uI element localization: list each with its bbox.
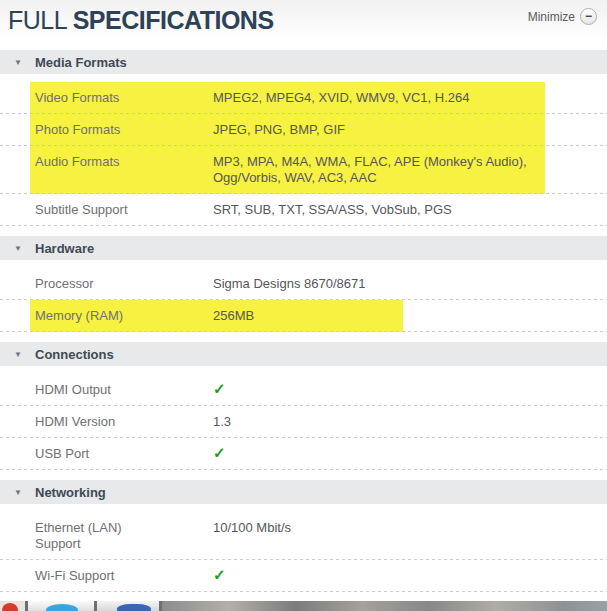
table-row: Wi-Fi Support ✓ (0, 560, 607, 592)
section-header-media-formats[interactable]: ▼ Media Formats (0, 50, 607, 74)
spec-value: MPEG2, MPEG4, XVID, WMV9, VC1, H.264 (213, 90, 558, 106)
section-title: Networking (35, 485, 106, 500)
section-header-networking[interactable]: ▼ Networking (0, 480, 607, 504)
table-row: Audio Formats MP3, MPA, M4A, WMA, FLAC, … (0, 146, 607, 194)
spec-label-text: USB Port (35, 446, 89, 462)
spec-label: Video Formats (35, 90, 213, 106)
spec-value: 1.3 (213, 414, 558, 430)
spec-value: 256MB (213, 308, 558, 324)
minimize-icon[interactable]: − (580, 8, 597, 25)
page-title-bold: SPECIFICATIONS (73, 6, 274, 34)
section-header-connections[interactable]: ▼ Connections (0, 342, 607, 366)
section-title: Hardware (35, 241, 94, 256)
background-photo-strip (162, 601, 607, 611)
spec-label-text: Wi-Fi Support (35, 568, 114, 584)
table-row: Processor Sigma Designs 8670/8671 (0, 268, 607, 300)
table-row: Video Formats MPEG2, MPEG4, XVID, WMV9, … (0, 82, 607, 114)
spec-value: Sigma Designs 8670/8671 (213, 276, 558, 292)
spec-label: Memory (RAM) (35, 308, 213, 324)
section-networking: ▼ Networking Ethernet (LAN) Support 10/1… (0, 480, 607, 611)
page-title: FULL SPECIFICATIONS (8, 6, 274, 35)
table-row: Photo Formats JPEG, PNG, BMP, GIF (0, 114, 607, 146)
spec-label-text: Ethernet (LAN) Support (35, 520, 157, 552)
spec-value: SRT, SUB, TXT, SSA/ASS, VobSub, PGS (213, 202, 558, 218)
spec-label: Processor (35, 276, 213, 292)
section-hardware: ▼ Hardware Processor Sigma Designs 8670/… (0, 236, 607, 332)
spec-label: Ethernet (LAN) Support (35, 520, 213, 552)
section-connections: ▼ Connections HDMI Output ✓ HDMI Version… (0, 342, 607, 470)
table-row: Ethernet (LAN) Support 10/100 Mbit/s (0, 512, 607, 560)
section-media-formats: ▼ Media Formats Video Formats MPEG2, MPE… (0, 50, 607, 226)
table-row: USB Port ✓ (0, 438, 607, 470)
section-title: Connections (35, 347, 114, 362)
spec-label: USB Port (35, 446, 213, 462)
taskbar-icon-blue[interactable] (97, 601, 159, 611)
spec-label: Photo Formats (35, 122, 213, 138)
minimize-button[interactable]: Minimize − (528, 8, 597, 25)
check-icon: ✓ (213, 382, 558, 398)
table-row: HDMI Version 1.3 (0, 406, 607, 438)
page-title-light: FULL (8, 6, 66, 34)
section-header-hardware[interactable]: ▼ Hardware (0, 236, 607, 260)
spec-label-text: Audio Formats (35, 154, 120, 170)
taskbar-icon-red[interactable] (0, 601, 25, 611)
minimize-label: Minimize (528, 10, 575, 24)
taskbar-icon-lightblue[interactable] (28, 601, 94, 611)
check-icon: ✓ (213, 568, 558, 584)
spec-label-text: HDMI Output (35, 382, 111, 398)
spec-label: HDMI Output (35, 382, 213, 398)
panel-header: FULL SPECIFICATIONS Minimize − (0, 0, 607, 50)
spec-label-text: Photo Formats (35, 122, 120, 138)
spec-label-text: Video Formats (35, 90, 119, 106)
spec-value: 10/100 Mbit/s (213, 520, 558, 552)
chevron-down-icon[interactable]: ▼ (14, 244, 35, 253)
spec-label: Subtitle Support (35, 202, 213, 218)
table-row: HDMI Output ✓ (0, 374, 607, 406)
chevron-down-icon[interactable]: ▼ (14, 58, 35, 67)
spec-label: Wi-Fi Support (35, 568, 213, 584)
spec-label-text: Subtitle Support (35, 202, 128, 218)
spec-label-text: HDMI Version (35, 414, 115, 430)
spec-value: JPEG, PNG, BMP, GIF (213, 122, 558, 138)
spec-value: MP3, MPA, M4A, WMA, FLAC, APE (Monkey's … (213, 154, 558, 186)
chevron-down-icon[interactable]: ▼ (14, 350, 35, 359)
table-row: Memory (RAM) 256MB (0, 300, 607, 332)
spec-label: Audio Formats (35, 154, 213, 186)
full-specifications-panel: FULL SPECIFICATIONS Minimize − ▼ Media F… (0, 0, 607, 611)
taskbar-strip (0, 601, 607, 611)
spec-label-text: Memory (RAM) (35, 308, 123, 324)
check-icon: ✓ (213, 446, 558, 462)
spec-label-text: Processor (35, 276, 94, 292)
spec-label: HDMI Version (35, 414, 213, 430)
section-title: Media Formats (35, 55, 127, 70)
table-row: Subtitle Support SRT, SUB, TXT, SSA/ASS,… (0, 194, 607, 226)
chevron-down-icon[interactable]: ▼ (14, 488, 35, 497)
